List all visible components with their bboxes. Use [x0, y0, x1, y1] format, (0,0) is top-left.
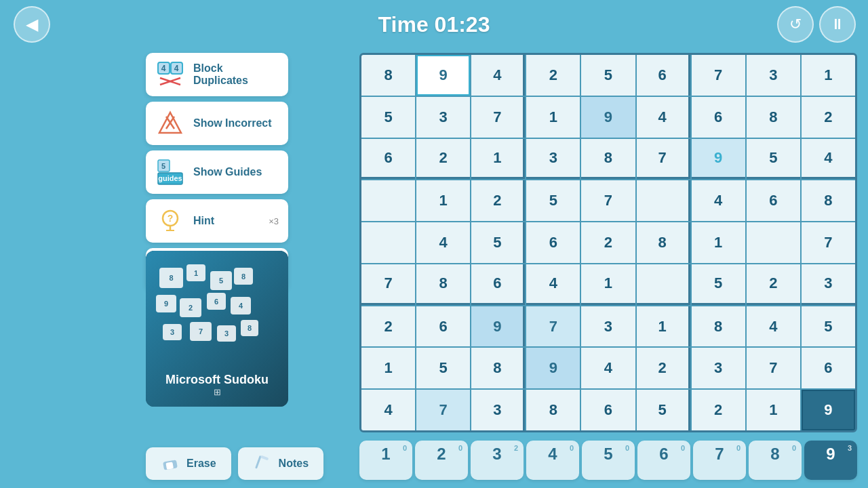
cell-8-0[interactable]: 4: [361, 390, 415, 430]
cell-0-3[interactable]: 2: [526, 55, 580, 96]
back-button[interactable]: ◀: [14, 6, 50, 43]
cell-5-3[interactable]: 4: [526, 264, 580, 305]
cell-7-3[interactable]: 9: [526, 348, 580, 388]
cell-2-4[interactable]: 8: [581, 139, 635, 180]
cell-7-0[interactable]: 1: [361, 348, 415, 388]
cell-5-8[interactable]: 3: [802, 264, 855, 305]
cell-3-1[interactable]: 1: [416, 180, 470, 221]
cell-4-7[interactable]: [747, 222, 800, 263]
cell-4-0[interactable]: [361, 222, 415, 263]
cell-2-0[interactable]: 6: [361, 139, 415, 180]
num-button-8[interactable]: 80: [749, 441, 802, 480]
cell-8-8[interactable]: 9: [802, 390, 855, 430]
cell-3-6[interactable]: 4: [692, 180, 745, 221]
pause-button[interactable]: ⏸: [819, 6, 856, 43]
cell-1-7[interactable]: 8: [747, 97, 800, 138]
cell-6-5[interactable]: 1: [637, 306, 690, 347]
cell-4-2[interactable]: 5: [471, 222, 525, 263]
cell-0-8[interactable]: 1: [802, 55, 855, 96]
cell-6-6[interactable]: 8: [692, 306, 745, 347]
notes-button[interactable]: Notes: [238, 447, 323, 480]
cell-6-1[interactable]: 6: [416, 306, 470, 347]
cell-5-7[interactable]: 2: [747, 264, 800, 305]
cell-6-2[interactable]: 9: [471, 306, 525, 347]
cell-6-4[interactable]: 3: [581, 306, 635, 347]
cell-0-6[interactable]: 7: [692, 55, 745, 96]
cell-4-3[interactable]: 6: [526, 222, 580, 263]
cell-2-6[interactable]: 9: [692, 139, 745, 180]
hint-button[interactable]: ? Hint ×3: [146, 199, 288, 243]
cell-2-3[interactable]: 3: [526, 139, 580, 180]
cell-1-2[interactable]: 7: [471, 97, 525, 138]
show-incorrect-button[interactable]: Show Incorrect: [146, 102, 288, 145]
num-sup-5: 0: [625, 444, 629, 452]
cell-1-5[interactable]: 4: [637, 97, 690, 138]
cell-6-8[interactable]: 5: [802, 306, 855, 347]
cell-5-0[interactable]: 7: [361, 264, 415, 305]
cell-1-6[interactable]: 6: [692, 97, 745, 138]
num-button-1[interactable]: 10: [359, 441, 412, 480]
cell-7-7[interactable]: 7: [747, 348, 800, 388]
cell-4-1[interactable]: 4: [416, 222, 470, 263]
cell-0-5[interactable]: 6: [637, 55, 690, 96]
cell-5-2[interactable]: 6: [471, 264, 525, 305]
cell-4-8[interactable]: 7: [802, 222, 855, 263]
cell-1-8[interactable]: 2: [802, 97, 855, 138]
cell-8-5[interactable]: 5: [637, 390, 690, 430]
cell-5-6[interactable]: 5: [692, 264, 745, 305]
cell-8-1[interactable]: 7: [416, 390, 470, 430]
cell-3-2[interactable]: 2: [471, 180, 525, 221]
erase-button[interactable]: Erase: [146, 447, 231, 480]
cell-7-2[interactable]: 8: [471, 348, 525, 388]
cell-0-4[interactable]: 5: [581, 55, 635, 96]
num-button-5[interactable]: 50: [582, 441, 635, 480]
cell-2-7[interactable]: 5: [747, 139, 800, 180]
cell-7-5[interactable]: 2: [637, 348, 690, 388]
cell-1-1[interactable]: 3: [416, 97, 470, 138]
cell-3-5[interactable]: [637, 180, 690, 221]
cell-4-6[interactable]: 1: [692, 222, 745, 263]
num-button-9[interactable]: 93: [804, 441, 857, 480]
cell-4-5[interactable]: 8: [637, 222, 690, 263]
cell-7-1[interactable]: 5: [416, 348, 470, 388]
cell-0-2[interactable]: 4: [471, 55, 525, 96]
cell-1-3[interactable]: 1: [526, 97, 580, 138]
cell-3-0[interactable]: [361, 180, 415, 221]
cell-2-2[interactable]: 1: [471, 139, 525, 180]
cell-2-1[interactable]: 2: [416, 139, 470, 180]
cell-3-3[interactable]: 5: [526, 180, 580, 221]
block-duplicates-button[interactable]: 4 4 Block Duplicates: [146, 53, 288, 96]
cell-7-4[interactable]: 4: [581, 348, 635, 388]
num-button-6[interactable]: 60: [637, 441, 690, 480]
cell-3-7[interactable]: 6: [747, 180, 800, 221]
cell-1-4[interactable]: 9: [581, 97, 635, 138]
cell-2-5[interactable]: 7: [637, 139, 690, 180]
undo-button[interactable]: ↺: [777, 6, 814, 43]
cell-6-0[interactable]: 2: [361, 306, 415, 347]
cell-8-3[interactable]: 8: [526, 390, 580, 430]
cell-4-4[interactable]: 2: [581, 222, 635, 263]
cell-0-0[interactable]: 8: [361, 55, 415, 96]
show-guides-button[interactable]: 5 guides Show Guides: [146, 150, 288, 194]
num-button-3[interactable]: 32: [471, 441, 524, 480]
cell-0-7[interactable]: 3: [747, 55, 800, 96]
num-button-7[interactable]: 70: [693, 441, 746, 480]
cell-0-1[interactable]: 9: [416, 55, 470, 96]
num-button-4[interactable]: 40: [526, 441, 579, 480]
cell-3-4[interactable]: 7: [581, 180, 635, 221]
cell-5-5[interactable]: [637, 264, 690, 305]
cell-7-8[interactable]: 6: [802, 348, 855, 388]
cell-2-8[interactable]: 4: [802, 139, 855, 180]
cell-8-7[interactable]: 1: [747, 390, 800, 430]
cell-5-1[interactable]: 8: [416, 264, 470, 305]
num-button-2[interactable]: 20: [415, 441, 468, 480]
cell-6-3[interactable]: 7: [526, 306, 580, 347]
cell-5-4[interactable]: 1: [581, 264, 635, 305]
cell-8-4[interactable]: 6: [581, 390, 635, 430]
cell-1-0[interactable]: 5: [361, 97, 415, 138]
cell-6-7[interactable]: 4: [747, 306, 800, 347]
cell-7-6[interactable]: 3: [692, 348, 745, 388]
cell-8-6[interactable]: 2: [692, 390, 745, 430]
cell-3-8[interactable]: 8: [802, 180, 855, 221]
cell-8-2[interactable]: 3: [471, 390, 525, 430]
